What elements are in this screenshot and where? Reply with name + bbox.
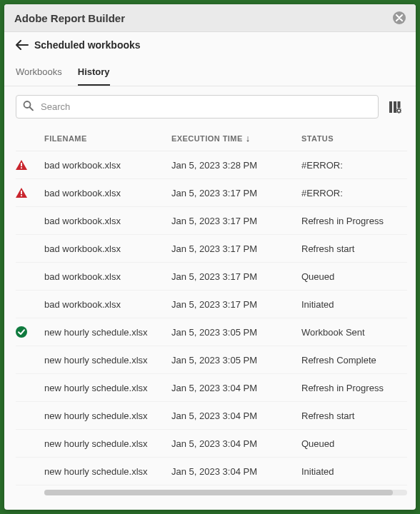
row-status: Refresh Complete bbox=[301, 355, 407, 366]
row-status: Queued bbox=[301, 271, 407, 282]
page-header: Scheduled workbooks bbox=[4, 32, 416, 55]
svg-rect-2 bbox=[394, 101, 396, 113]
row-filename: bad workbook.xlsx bbox=[44, 243, 171, 254]
row-execution-time: Jan 5, 2023 3:05 PM bbox=[171, 327, 301, 338]
row-status: #ERROR: bbox=[301, 188, 407, 198]
svg-rect-5 bbox=[21, 163, 22, 166]
row-status: Refresh in Progress bbox=[301, 216, 407, 226]
svg-rect-7 bbox=[21, 191, 22, 194]
tab-history[interactable]: History bbox=[78, 61, 110, 86]
table-row[interactable]: bad workbook.xlsxJan 5, 2023 3:17 PMRefr… bbox=[16, 235, 407, 263]
arrow-left-icon bbox=[16, 40, 29, 50]
row-execution-time: Jan 5, 2023 3:04 PM bbox=[171, 410, 301, 421]
titlebar: Adobe Report Builder bbox=[4, 4, 416, 32]
row-execution-time: Jan 5, 2023 3:04 PM bbox=[171, 438, 301, 449]
window-title: Adobe Report Builder bbox=[14, 12, 125, 24]
table-header-row: FILENAME EXECUTION TIME ↓ STATUS bbox=[16, 127, 407, 151]
row-execution-time: Jan 5, 2023 3:17 PM bbox=[171, 299, 301, 310]
row-filename: new hourly schedule.xlsx bbox=[44, 355, 171, 366]
row-filename: new hourly schedule.xlsx bbox=[44, 438, 171, 449]
row-filename: bad workbook.xlsx bbox=[44, 216, 171, 226]
table-row[interactable]: new hourly schedule.xlsxJan 5, 2023 3:04… bbox=[16, 374, 407, 402]
table-row[interactable]: new hourly schedule.xlsxJan 5, 2023 3:04… bbox=[16, 458, 407, 485]
row-filename: bad workbook.xlsx bbox=[44, 299, 171, 310]
column-header-status[interactable]: STATUS bbox=[301, 134, 407, 143]
panel: Adobe Report Builder Scheduled workbooks… bbox=[4, 4, 416, 510]
row-status: Initiated bbox=[301, 466, 407, 477]
table-row[interactable]: new hourly schedule.xlsxJan 5, 2023 3:05… bbox=[16, 346, 407, 374]
row-execution-time: Jan 5, 2023 3:17 PM bbox=[171, 216, 301, 226]
close-button[interactable] bbox=[393, 11, 406, 24]
table-row[interactable]: new hourly schedule.xlsxJan 5, 2023 3:04… bbox=[16, 402, 407, 430]
row-status: Refresh start bbox=[301, 410, 407, 421]
svg-point-9 bbox=[16, 326, 27, 338]
horizontal-scrollbar-thumb[interactable] bbox=[44, 490, 393, 495]
back-button[interactable] bbox=[16, 40, 29, 50]
row-execution-time: Jan 5, 2023 3:04 PM bbox=[171, 383, 301, 393]
row-execution-time: Jan 5, 2023 3:17 PM bbox=[171, 188, 301, 198]
table-row[interactable]: new hourly schedule.xlsxJan 5, 2023 3:04… bbox=[16, 430, 407, 458]
row-status: Queued bbox=[301, 438, 407, 449]
tabs: Workbooks History bbox=[4, 61, 416, 86]
row-status: #ERROR: bbox=[301, 160, 407, 171]
column-header-execution-time-label: EXECUTION TIME bbox=[171, 134, 243, 143]
row-status: Refresh in Progress bbox=[301, 383, 407, 393]
row-execution-time: Jan 5, 2023 3:17 PM bbox=[171, 243, 301, 254]
close-icon bbox=[396, 14, 403, 21]
tab-workbooks[interactable]: Workbooks bbox=[16, 61, 62, 86]
search-field bbox=[16, 95, 379, 119]
column-settings-button[interactable] bbox=[386, 98, 404, 116]
page-title: Scheduled workbooks bbox=[34, 39, 141, 51]
table-row[interactable]: bad workbook.xlsxJan 5, 2023 3:17 PM#ERR… bbox=[16, 179, 407, 207]
table-row[interactable]: bad workbook.xlsxJan 5, 2023 3:17 PMInit… bbox=[16, 291, 407, 318]
table-body: bad workbook.xlsxJan 5, 2023 3:28 PM#ERR… bbox=[16, 151, 407, 485]
row-status: Initiated bbox=[301, 299, 407, 310]
toolbar bbox=[4, 86, 416, 127]
search-input[interactable] bbox=[16, 95, 379, 119]
svg-rect-1 bbox=[389, 101, 392, 113]
row-filename: new hourly schedule.xlsx bbox=[44, 383, 171, 393]
column-settings-icon bbox=[389, 101, 401, 114]
alert-triangle-icon bbox=[16, 188, 27, 198]
search-icon bbox=[23, 100, 34, 114]
alert-triangle-icon bbox=[16, 160, 27, 170]
column-header-execution-time[interactable]: EXECUTION TIME ↓ bbox=[171, 133, 301, 143]
row-status: Refresh start bbox=[301, 243, 407, 254]
table-row[interactable]: bad workbook.xlsxJan 5, 2023 3:28 PM#ERR… bbox=[16, 151, 407, 179]
column-header-filename[interactable]: FILENAME bbox=[44, 134, 171, 143]
row-filename: new hourly schedule.xlsx bbox=[44, 327, 171, 338]
row-status-icon bbox=[16, 188, 44, 198]
svg-point-0 bbox=[24, 101, 31, 108]
row-status-icon bbox=[16, 160, 44, 170]
table-row[interactable]: bad workbook.xlsxJan 5, 2023 3:17 PMRefr… bbox=[16, 207, 407, 235]
row-execution-time: Jan 5, 2023 3:28 PM bbox=[171, 160, 301, 171]
svg-rect-3 bbox=[398, 101, 401, 108]
row-filename: bad workbook.xlsx bbox=[44, 160, 171, 171]
checkmark-circle-icon bbox=[16, 326, 27, 338]
history-table: FILENAME EXECUTION TIME ↓ STATUS bad wor… bbox=[4, 127, 416, 510]
row-filename: new hourly schedule.xlsx bbox=[44, 466, 171, 477]
table-row[interactable]: new hourly schedule.xlsxJan 5, 2023 3:05… bbox=[16, 318, 407, 346]
row-status: Workbook Sent bbox=[301, 327, 407, 338]
row-execution-time: Jan 5, 2023 3:04 PM bbox=[171, 466, 301, 477]
sort-descending-icon: ↓ bbox=[246, 133, 251, 143]
horizontal-scrollbar[interactable] bbox=[44, 490, 407, 495]
table-row[interactable]: bad workbook.xlsxJan 5, 2023 3:17 PMQueu… bbox=[16, 263, 407, 291]
row-execution-time: Jan 5, 2023 3:17 PM bbox=[171, 271, 301, 282]
svg-rect-6 bbox=[21, 167, 22, 168]
row-execution-time: Jan 5, 2023 3:05 PM bbox=[171, 355, 301, 366]
svg-rect-8 bbox=[21, 195, 22, 196]
svg-point-4 bbox=[397, 109, 401, 112]
row-filename: bad workbook.xlsx bbox=[44, 271, 171, 282]
row-status-icon bbox=[16, 326, 44, 338]
row-filename: new hourly schedule.xlsx bbox=[44, 410, 171, 421]
row-filename: bad workbook.xlsx bbox=[44, 188, 171, 198]
